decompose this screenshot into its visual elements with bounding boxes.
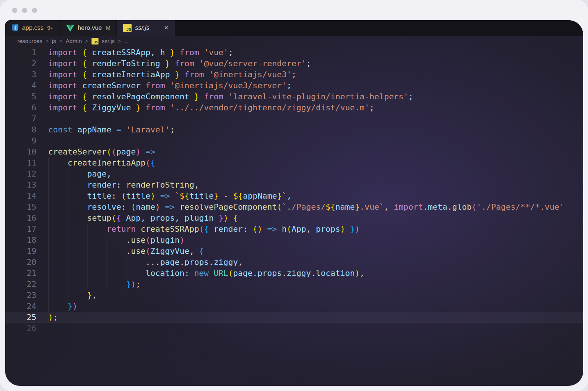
code-token: from [199,92,223,101]
code-line[interactable]: 19 .use(ZiggyVue, { [5,246,583,257]
code-line[interactable]: 12 page, [5,168,583,179]
indent-guide [48,268,49,279]
code-line[interactable]: 13 render: renderToString, [5,179,583,191]
line-number[interactable]: 19 [5,246,36,257]
code-token: const [48,125,72,134]
code-line[interactable]: 9 [5,135,583,146]
code-line[interactable]: 8const appName = 'Laravel'; [5,124,583,135]
line-number[interactable]: 17 [5,224,36,235]
line-number[interactable]: 23 [5,290,36,301]
line-number[interactable]: 12 [5,168,36,179]
window-control-dot[interactable] [22,8,27,13]
code-line[interactable]: 5import { resolvePageComponent } from 'l… [5,91,583,102]
code-token: title [189,191,214,200]
tab-ssr-js[interactable]: JS ssr.js ✕ [117,20,175,36]
code-line[interactable]: 2import { renderToString } from '@vue/se… [5,58,583,69]
indent-guide [48,290,49,301]
line-number[interactable]: 8 [5,124,36,135]
code-token: App [291,224,306,234]
code-line[interactable]: 16 setup({ App, props, plugin }) { [5,213,583,224]
line-number[interactable]: 7 [5,113,36,124]
code-line[interactable]: 25); [5,312,583,323]
code-token: use [131,235,146,245]
line-number[interactable]: 15 [5,202,36,213]
code-token [77,59,82,68]
code-token: ) [340,224,345,234]
code-line[interactable]: 22 }); [5,279,583,290]
line-number[interactable]: 16 [5,213,36,224]
code-line[interactable]: 11 createInertiaApp({ [5,157,583,168]
code-token: use [131,246,146,256]
code-line[interactable]: 17 return createSSRApp({ render: () => h… [5,224,583,235]
code-token: location [146,269,184,278]
code-token: => [262,224,277,234]
code-line[interactable]: 1import { createSSRApp, h } from 'vue'; [5,47,583,58]
code-token: , [287,191,291,200]
breadcrumb-item-resources[interactable]: resources [17,38,42,45]
code-token: , [306,224,316,234]
code-line[interactable]: 23 }, [5,290,583,301]
line-number[interactable]: 6 [5,102,36,113]
code-token: ZiggyVue [150,246,189,256]
code-line[interactable]: 10createServer((page) => [5,146,583,157]
window-control-dot[interactable] [32,8,37,13]
code-token: glob [452,202,472,212]
code-editor[interactable]: 1import { createSSRApp, h } from 'vue';2… [5,47,583,386]
line-number[interactable]: 2 [5,58,36,69]
line-number[interactable]: 21 [5,268,36,279]
line-number[interactable]: 25 [5,312,36,323]
window-control-dot[interactable] [12,8,17,13]
code-line[interactable]: 6import { ZiggyVue } from '../../vendor/… [5,102,583,113]
line-number[interactable]: 26 [5,323,36,334]
breadcrumb-item-file[interactable]: ssr.js [102,38,115,45]
code-token: render [87,180,116,189]
code-line[interactable]: 15 resolve: (name) => resolvePageCompone… [5,202,583,213]
code-token: ) [355,224,360,234]
line-number[interactable]: 5 [5,91,36,102]
code-token: ; [170,125,175,134]
line-number[interactable]: 20 [5,257,36,268]
code-line[interactable]: 7 [5,113,583,124]
code-token: { [82,59,87,68]
line-number[interactable]: 24 [5,301,36,312]
code-token [77,92,82,101]
code-token: return [107,224,136,234]
code-line[interactable]: 24 }) [5,301,583,312]
line-number[interactable]: 9 [5,135,36,146]
code-line[interactable]: 21 location: new URL(page.props.ziggy.lo… [5,268,583,279]
line-number[interactable]: 18 [5,235,36,246]
line-number[interactable]: 11 [5,157,36,168]
breadcrumb-item-js[interactable]: js [52,38,56,45]
code-token: ; [228,48,233,57]
code-token: , [384,202,394,212]
breadcrumb-ellipsis[interactable]: … [124,38,130,45]
line-number[interactable]: 3 [5,69,36,80]
code-token: page [160,257,180,267]
chevron-right-icon: > [46,38,49,44]
close-icon[interactable]: ✕ [164,25,168,31]
line-number[interactable]: 1 [5,47,36,58]
line-number[interactable]: 4 [5,80,36,91]
line-number[interactable]: 10 [5,146,36,157]
code-token: , [238,257,243,267]
code-token: ( [107,147,111,156]
line-number[interactable]: 22 [5,279,36,290]
code-token: } [87,291,92,300]
code-line[interactable]: 3import { createInertiaApp } from '@iner… [5,69,583,80]
code-token: new [194,269,209,278]
tab-app-css[interactable]: 3 app.css 9+ [5,20,60,36]
code-line[interactable]: 14 title: (title) => `${title} - ${appNa… [5,191,583,202]
code-token: : [121,202,131,212]
code-line[interactable]: 20 ...page.props.ziggy, [5,257,583,268]
code-line[interactable]: 4import createServer from '@inertiajs/vu… [5,80,583,91]
line-number[interactable]: 14 [5,191,36,202]
code-line[interactable]: 18 .use(plugin) [5,235,583,246]
breadcrumb-item-admin[interactable]: Admin [66,38,82,45]
code-line[interactable]: 26 [5,323,583,334]
line-number[interactable]: 13 [5,179,36,191]
code-line-content: .use(plugin) [36,235,583,246]
code-token: ( [131,202,136,212]
code-token: createServer [48,147,107,156]
code-line-content: }); [36,279,583,290]
tab-hero-vue[interactable]: hero.vue M [60,20,117,36]
